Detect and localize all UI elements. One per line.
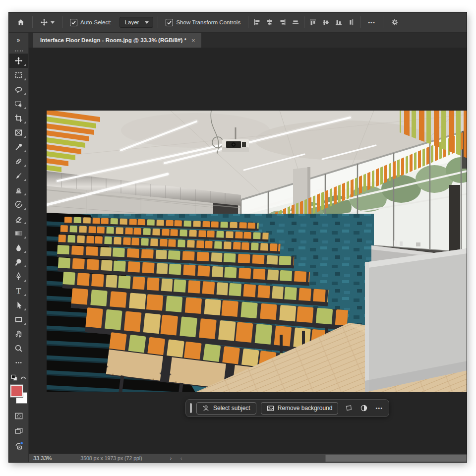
default-colors-icon[interactable] <box>11 374 18 382</box>
person-icon <box>202 405 210 412</box>
auto-select-label: Auto-Select: <box>80 19 112 25</box>
swap-colors-icon[interactable] <box>20 374 27 381</box>
tool-spot-healing-brush[interactable] <box>9 154 28 169</box>
status-expand-icon[interactable]: › <box>170 456 172 461</box>
dodge-tool-icon <box>14 258 23 266</box>
chevron-down-icon <box>51 21 55 24</box>
tool-hand[interactable] <box>9 327 28 341</box>
taskbar-drag-handle[interactable] <box>190 403 192 413</box>
transform-icon[interactable] <box>345 404 353 412</box>
tool-move[interactable] <box>9 54 28 68</box>
clone-stamp-tool-icon <box>14 186 23 194</box>
align-buttons-group-2 <box>309 18 356 26</box>
pen-tool-icon <box>14 272 23 281</box>
toolbar-expand-button[interactable]: » <box>9 33 29 48</box>
screen-mode-icon <box>14 426 23 435</box>
tool-type[interactable]: T <box>9 284 28 298</box>
type-tool-icon: T <box>14 287 23 295</box>
home-icon <box>17 18 25 26</box>
tool-brush[interactable] <box>9 169 28 183</box>
select-subject-button[interactable]: Select subject <box>196 402 256 415</box>
hand-tool-icon <box>14 330 23 338</box>
path-selection-tool-icon <box>14 301 23 309</box>
tool-edit-toolbar[interactable] <box>9 356 28 370</box>
document-canvas-photo[interactable] <box>47 111 467 392</box>
document-tab[interactable]: Interface Floor Design - Room.jpg @ 33.3… <box>33 33 201 48</box>
frame-tool-icon <box>14 128 23 137</box>
separator <box>248 16 248 28</box>
tool-clone-stamp[interactable] <box>9 183 28 197</box>
tool-history-brush[interactable] <box>9 197 28 212</box>
distribute-vertical-centers-icon[interactable] <box>348 18 356 26</box>
document-size-readout: 3508 px x 1973 px (72 ppi) <box>80 455 142 461</box>
gradient-tool-icon <box>14 229 23 238</box>
zoom-level-field[interactable]: 33.33% <box>33 455 52 461</box>
show-transform-checkbox[interactable]: Show Transform Controls <box>163 15 243 30</box>
tool-blur[interactable] <box>9 240 28 255</box>
taskbar-more-button[interactable]: ••• <box>375 405 383 411</box>
tool-eraser[interactable] <box>9 212 28 226</box>
separator <box>158 16 158 28</box>
select-subject-label: Select subject <box>213 405 250 412</box>
tool-zoom[interactable] <box>9 341 28 356</box>
tool-path-selection[interactable] <box>9 298 28 312</box>
status-collapse-icon[interactable]: ‹ <box>180 456 182 461</box>
double-chevron-icon: » <box>17 37 21 44</box>
chevron-down-icon <box>145 21 149 24</box>
eraser-tool-icon <box>14 215 23 223</box>
healing-brush-tool-icon <box>14 157 23 166</box>
auto-select-target-dropdown[interactable]: Layer <box>119 17 154 28</box>
align-horizontal-centers-icon[interactable] <box>266 18 274 26</box>
align-buttons-group <box>253 18 299 26</box>
document-title: Interface Floor Design - Room.jpg @ 33.3… <box>40 37 186 43</box>
separator <box>32 16 33 28</box>
auto-select-checkbox[interactable]: Auto-Select: <box>67 15 115 30</box>
move-icon <box>40 18 48 26</box>
tool-dodge[interactable] <box>9 255 28 269</box>
remove-background-button[interactable]: Remove background <box>261 402 339 415</box>
foreground-color-swatch[interactable] <box>10 385 23 397</box>
tool-pen[interactable] <box>9 269 28 284</box>
screen-mode-button[interactable] <box>9 423 28 438</box>
history-brush-tool-icon <box>14 200 23 209</box>
align-right-edges-icon[interactable] <box>279 18 287 26</box>
align-top-edges-icon[interactable] <box>309 18 317 26</box>
gear-icon <box>391 18 399 26</box>
tool-lasso[interactable] <box>9 82 28 97</box>
horizontal-scrollbar-thumb[interactable] <box>325 455 467 462</box>
move-tool-icon <box>14 57 23 65</box>
show-transform-label: Show Transform Controls <box>176 19 240 25</box>
align-vertical-centers-icon[interactable] <box>322 18 330 26</box>
crop-tool-icon <box>14 114 23 122</box>
workspace-settings-button[interactable] <box>388 15 402 30</box>
panel-grip-icon[interactable] <box>15 50 23 52</box>
align-left-edges-icon[interactable] <box>253 18 261 26</box>
document-canvas-area[interactable]: Select subject Remove background <box>29 48 467 454</box>
separator <box>304 16 304 28</box>
tool-eyedropper[interactable] <box>9 140 28 154</box>
move-tool-preset[interactable] <box>37 15 58 30</box>
object-selection-tool-icon <box>14 100 23 108</box>
home-button[interactable] <box>14 15 28 30</box>
adjustments-contrast-icon[interactable] <box>360 404 368 412</box>
checkbox-checked-icon <box>70 19 77 26</box>
distribute-horizontal-centers-icon[interactable] <box>292 18 299 26</box>
sync-updates-button[interactable] <box>9 438 28 453</box>
tool-gradient[interactable] <box>9 226 28 240</box>
tool-object-selection[interactable] <box>9 97 28 111</box>
separator <box>62 16 62 28</box>
tool-rectangle[interactable] <box>9 312 28 327</box>
close-tab-icon[interactable]: × <box>191 37 195 44</box>
tool-rectangular-marquee[interactable] <box>9 68 28 82</box>
color-swatches <box>10 385 27 405</box>
tool-crop[interactable] <box>9 111 28 125</box>
separator <box>360 16 360 28</box>
quick-mask-button[interactable] <box>9 409 28 423</box>
tool-frame[interactable] <box>9 125 28 140</box>
align-bottom-edges-icon[interactable] <box>335 18 343 26</box>
contextual-task-bar: Select subject Remove background <box>185 399 389 417</box>
more-options-button[interactable]: ••• <box>365 15 378 30</box>
photoshop-window: Auto-Select: Layer Show Transform Contro… <box>9 12 467 462</box>
lasso-tool-icon <box>14 85 23 94</box>
color-controls <box>9 373 28 453</box>
